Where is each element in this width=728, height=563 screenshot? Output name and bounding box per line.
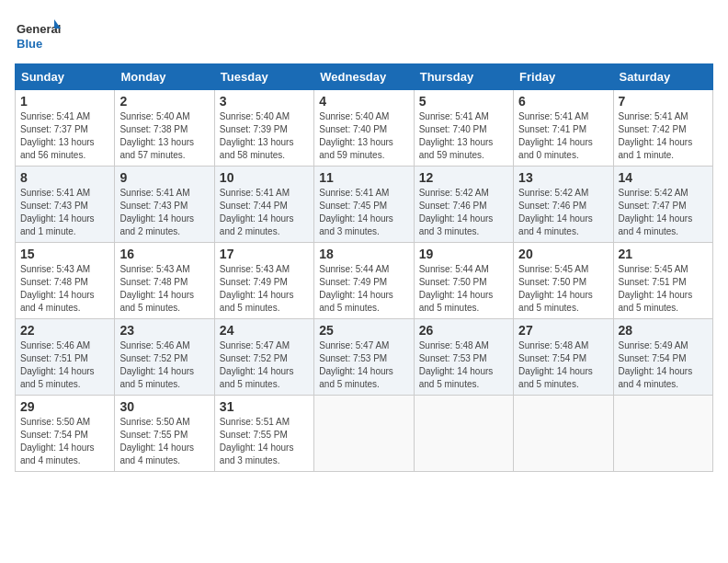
calendar-cell: 24 Sunrise: 5:47 AMSunset: 7:52 PMDaylig… [214,319,313,396]
calendar-week-row: 29 Sunrise: 5:50 AMSunset: 7:54 PMDaylig… [16,396,713,472]
calendar-cell: 2 Sunrise: 5:40 AMSunset: 7:38 PMDayligh… [115,90,214,167]
calendar-cell: 26 Sunrise: 5:48 AMSunset: 7:53 PMDaylig… [414,319,513,396]
day-info: Sunrise: 5:41 AMSunset: 7:44 PMDaylight:… [220,188,294,236]
col-header-sunday: Sunday [16,64,115,90]
calendar-cell: 7 Sunrise: 5:41 AMSunset: 7:42 PMDayligh… [613,90,712,167]
day-info: Sunrise: 5:40 AMSunset: 7:38 PMDaylight:… [119,111,194,160]
day-number: 5 [419,94,508,109]
calendar-cell: 1 Sunrise: 5:41 AMSunset: 7:37 PMDayligh… [16,90,115,167]
day-number: 6 [518,94,608,109]
calendar-cell: 31 Sunrise: 5:51 AMSunset: 7:55 PMDaylig… [214,396,313,472]
day-info: Sunrise: 5:47 AMSunset: 7:52 PMDaylight:… [220,340,294,389]
calendar-cell: 12 Sunrise: 5:42 AMSunset: 7:46 PMDaylig… [414,167,513,243]
calendar-cell: 4 Sunrise: 5:40 AMSunset: 7:40 PMDayligh… [314,90,414,167]
day-info: Sunrise: 5:43 AMSunset: 7:48 PMDaylight:… [20,264,95,313]
col-header-monday: Monday [115,64,214,90]
calendar-cell: 30 Sunrise: 5:50 AMSunset: 7:55 PMDaylig… [115,396,214,472]
calendar-cell: 27 Sunrise: 5:48 AMSunset: 7:54 PMDaylig… [514,319,613,396]
day-info: Sunrise: 5:41 AMSunset: 7:43 PMDaylight:… [119,188,194,236]
day-info: Sunrise: 5:43 AMSunset: 7:49 PMDaylight:… [220,264,294,313]
calendar-cell: 13 Sunrise: 5:42 AMSunset: 7:46 PMDaylig… [514,167,613,243]
day-info: Sunrise: 5:44 AMSunset: 7:49 PMDaylight:… [319,264,393,313]
calendar-cell: 5 Sunrise: 5:41 AMSunset: 7:40 PMDayligh… [414,90,513,167]
calendar-cell: 3 Sunrise: 5:40 AMSunset: 7:39 PMDayligh… [214,90,313,167]
day-number: 16 [119,247,209,261]
day-info: Sunrise: 5:42 AMSunset: 7:47 PMDaylight:… [619,188,693,236]
calendar-header-row: SundayMondayTuesdayWednesdayThursdayFrid… [16,64,713,90]
day-number: 12 [419,170,508,185]
calendar-cell: 20 Sunrise: 5:45 AMSunset: 7:50 PMDaylig… [514,243,613,319]
day-info: Sunrise: 5:41 AMSunset: 7:42 PMDaylight:… [619,111,693,160]
calendar-cell: 18 Sunrise: 5:44 AMSunset: 7:49 PMDaylig… [314,243,414,319]
day-info: Sunrise: 5:46 AMSunset: 7:52 PMDaylight:… [119,340,194,389]
calendar-table: SundayMondayTuesdayWednesdayThursdayFrid… [15,63,713,472]
calendar-cell: 19 Sunrise: 5:44 AMSunset: 7:50 PMDaylig… [414,243,513,319]
day-number: 15 [20,247,109,261]
general-blue-logo-icon: General Blue [15,15,61,56]
day-number: 13 [518,170,608,185]
col-header-friday: Friday [514,64,613,90]
col-header-thursday: Thursday [414,64,513,90]
day-number: 14 [619,170,708,185]
calendar-cell: 11 Sunrise: 5:41 AMSunset: 7:45 PMDaylig… [314,167,414,243]
day-number: 9 [119,170,209,185]
svg-text:Blue: Blue [17,37,42,51]
calendar-cell: 14 Sunrise: 5:42 AMSunset: 7:47 PMDaylig… [613,167,712,243]
calendar-cell: 9 Sunrise: 5:41 AMSunset: 7:43 PMDayligh… [115,167,214,243]
calendar-cell: 17 Sunrise: 5:43 AMSunset: 7:49 PMDaylig… [214,243,313,319]
day-info: Sunrise: 5:49 AMSunset: 7:54 PMDaylight:… [619,340,693,389]
day-number: 24 [220,323,309,338]
day-info: Sunrise: 5:42 AMSunset: 7:46 PMDaylight:… [518,188,593,236]
calendar-cell [613,396,712,472]
day-number: 29 [20,399,109,414]
day-number: 1 [20,94,109,109]
day-info: Sunrise: 5:41 AMSunset: 7:37 PMDaylight:… [20,111,95,160]
day-number: 19 [419,247,508,261]
day-number: 25 [319,323,408,338]
calendar-cell: 21 Sunrise: 5:45 AMSunset: 7:51 PMDaylig… [613,243,712,319]
day-info: Sunrise: 5:44 AMSunset: 7:50 PMDaylight:… [419,264,494,313]
day-info: Sunrise: 5:40 AMSunset: 7:39 PMDaylight:… [220,111,294,160]
day-number: 11 [319,170,408,185]
col-header-tuesday: Tuesday [214,64,313,90]
col-header-saturday: Saturday [613,64,712,90]
day-number: 30 [119,399,209,414]
day-info: Sunrise: 5:41 AMSunset: 7:40 PMDaylight:… [419,111,494,160]
day-info: Sunrise: 5:45 AMSunset: 7:50 PMDaylight:… [518,264,593,313]
calendar-cell: 6 Sunrise: 5:41 AMSunset: 7:41 PMDayligh… [514,90,613,167]
calendar-cell: 10 Sunrise: 5:41 AMSunset: 7:44 PMDaylig… [214,167,313,243]
day-number: 4 [319,94,408,109]
calendar-cell: 15 Sunrise: 5:43 AMSunset: 7:48 PMDaylig… [16,243,115,319]
calendar-body: 1 Sunrise: 5:41 AMSunset: 7:37 PMDayligh… [16,90,713,472]
logo: General Blue [15,15,61,56]
day-number: 26 [419,323,508,338]
day-info: Sunrise: 5:41 AMSunset: 7:45 PMDaylight:… [319,188,393,236]
day-number: 23 [119,323,209,338]
calendar-week-row: 22 Sunrise: 5:46 AMSunset: 7:51 PMDaylig… [16,319,713,396]
calendar-week-row: 8 Sunrise: 5:41 AMSunset: 7:43 PMDayligh… [16,167,713,243]
day-info: Sunrise: 5:40 AMSunset: 7:40 PMDaylight:… [319,111,393,160]
day-number: 27 [518,323,608,338]
day-number: 7 [619,94,708,109]
calendar-cell: 8 Sunrise: 5:41 AMSunset: 7:43 PMDayligh… [16,167,115,243]
day-number: 10 [220,170,309,185]
calendar-cell: 25 Sunrise: 5:47 AMSunset: 7:53 PMDaylig… [314,319,414,396]
day-info: Sunrise: 5:42 AMSunset: 7:46 PMDaylight:… [419,188,494,236]
day-info: Sunrise: 5:48 AMSunset: 7:54 PMDaylight:… [518,340,593,389]
calendar-cell: 22 Sunrise: 5:46 AMSunset: 7:51 PMDaylig… [16,319,115,396]
day-info: Sunrise: 5:43 AMSunset: 7:48 PMDaylight:… [119,264,194,313]
day-number: 20 [518,247,608,261]
calendar-cell: 28 Sunrise: 5:49 AMSunset: 7:54 PMDaylig… [613,319,712,396]
day-info: Sunrise: 5:46 AMSunset: 7:51 PMDaylight:… [20,340,95,389]
svg-text:General: General [17,22,61,36]
day-info: Sunrise: 5:50 AMSunset: 7:54 PMDaylight:… [20,417,95,465]
day-info: Sunrise: 5:47 AMSunset: 7:53 PMDaylight:… [319,340,393,389]
day-info: Sunrise: 5:51 AMSunset: 7:55 PMDaylight:… [220,417,294,465]
calendar-cell [514,396,613,472]
calendar-cell: 16 Sunrise: 5:43 AMSunset: 7:48 PMDaylig… [115,243,214,319]
calendar-cell: 23 Sunrise: 5:46 AMSunset: 7:52 PMDaylig… [115,319,214,396]
col-header-wednesday: Wednesday [314,64,414,90]
day-number: 28 [619,323,708,338]
day-number: 8 [20,170,109,185]
calendar-cell [414,396,513,472]
